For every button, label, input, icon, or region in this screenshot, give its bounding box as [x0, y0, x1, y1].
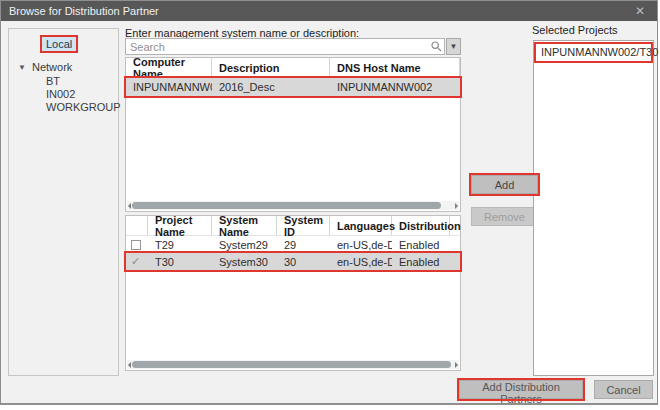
column-header-dns-host-name[interactable]: DNS Host Name [330, 58, 460, 77]
project-name-cell: T29 [148, 236, 212, 253]
tree-local-row: Local [9, 37, 118, 51]
languages-cell: en-US,de-DE [330, 236, 392, 253]
management-system-section: Enter management system name or descript… [125, 21, 461, 404]
column-header-project-name[interactable]: Project Name [148, 216, 212, 235]
column-header-checkbox [126, 216, 148, 235]
column-header-distribution[interactable]: Distribution [392, 216, 450, 235]
dialog-content: Local ▼ Network BT IN002 WORKGROUP Enter… [1, 21, 657, 404]
scroll-left-icon[interactable] [128, 203, 131, 209]
check-icon[interactable]: ✓ [131, 255, 140, 268]
dns-host-name-cell: INPUNMANNW002 [330, 78, 460, 96]
computers-horizontal-scrollbar[interactable] [127, 201, 459, 210]
add-distribution-partners-button[interactable]: Add Distribution Partners [459, 380, 583, 399]
filler-cell [450, 253, 460, 270]
system-id-cell: 30 [277, 253, 330, 270]
search-input[interactable] [125, 38, 445, 55]
scroll-thumb[interactable] [132, 361, 451, 368]
close-icon[interactable]: ✕ [623, 1, 657, 21]
tree-item-network[interactable]: ▼ Network [9, 60, 118, 74]
column-header-system-name[interactable]: System Name [212, 216, 277, 235]
projects-table-header: Project Name System Name System ID Langu… [126, 216, 460, 236]
search-input-wrap [125, 38, 445, 55]
projects-horizontal-scrollbar[interactable] [127, 360, 459, 369]
column-header-computer-name[interactable]: Computer Name [126, 58, 212, 77]
dialog-title: Browse for Distribution Partner [9, 5, 159, 17]
distribution-cell: Enabled [392, 253, 450, 270]
filler-cell [450, 236, 460, 253]
search-icon [431, 41, 442, 52]
checkbox-unchecked-icon[interactable] [131, 240, 141, 250]
dropdown-arrow-icon: ▼ [450, 43, 458, 51]
tree-item-in002[interactable]: IN002 [9, 88, 118, 101]
system-name-cell: System29 [212, 236, 277, 253]
tree-item-workgroup[interactable]: WORKGROUP [9, 101, 118, 114]
project-row-t30[interactable]: ✓ T30 System30 30 en-US,de-DE Enabled [126, 253, 460, 270]
selected-projects-label: Selected Projects [532, 24, 618, 36]
add-button[interactable]: Add [471, 175, 538, 194]
system-id-cell: 29 [277, 236, 330, 253]
distribution-cell: Enabled [392, 236, 450, 253]
column-header-languages[interactable]: Languages [330, 216, 392, 235]
browse-distribution-partner-dialog: Browse for Distribution Partner ✕ Local … [0, 0, 658, 405]
project-name-cell: T30 [148, 253, 212, 270]
column-header-filler [450, 216, 460, 235]
tree-item-network-label: Network [32, 61, 72, 73]
computers-table-header: Computer Name Description DNS Host Name [126, 58, 460, 78]
tree-item-bt[interactable]: BT [9, 75, 118, 88]
project-row-t29[interactable]: T29 System29 29 en-US,de-DE Enabled [126, 236, 460, 253]
description-cell: 2016_Desc [212, 78, 330, 96]
scroll-track[interactable] [132, 361, 454, 368]
search-row: ▼ [125, 38, 461, 55]
checkbox-cell [126, 236, 148, 253]
computers-table: Computer Name Description DNS Host Name … [125, 57, 461, 212]
scroll-thumb[interactable] [132, 202, 441, 209]
network-tree-panel: Local ▼ Network BT IN002 WORKGROUP [8, 28, 119, 376]
scroll-right-icon[interactable] [455, 203, 458, 209]
selected-project-item[interactable]: INPUNMANNW002/T30 [536, 44, 651, 61]
search-dropdown-button[interactable]: ▼ [446, 38, 461, 55]
remove-button[interactable]: Remove [471, 207, 538, 226]
computer-row[interactable]: INPUNMANNW002 2016_Desc INPUNMANNW002 [126, 78, 460, 96]
scroll-left-icon[interactable] [128, 362, 131, 368]
titlebar: Browse for Distribution Partner ✕ [1, 1, 657, 21]
column-header-system-id[interactable]: System ID [277, 216, 330, 235]
system-name-cell: System30 [212, 253, 277, 270]
computer-name-cell: INPUNMANNW002 [126, 78, 212, 96]
cancel-button[interactable]: Cancel [594, 380, 653, 399]
scroll-right-icon[interactable] [455, 362, 458, 368]
languages-cell: en-US,de-DE [330, 253, 392, 270]
tree-item-local[interactable]: Local [42, 37, 76, 51]
column-header-description[interactable]: Description [212, 58, 330, 77]
scroll-track[interactable] [132, 202, 454, 209]
projects-table: Project Name System Name System ID Langu… [125, 215, 461, 371]
chevron-down-icon[interactable]: ▼ [18, 63, 32, 72]
selected-projects-list: INPUNMANNW002/T30 [533, 40, 654, 376]
checkbox-cell: ✓ [126, 253, 148, 270]
